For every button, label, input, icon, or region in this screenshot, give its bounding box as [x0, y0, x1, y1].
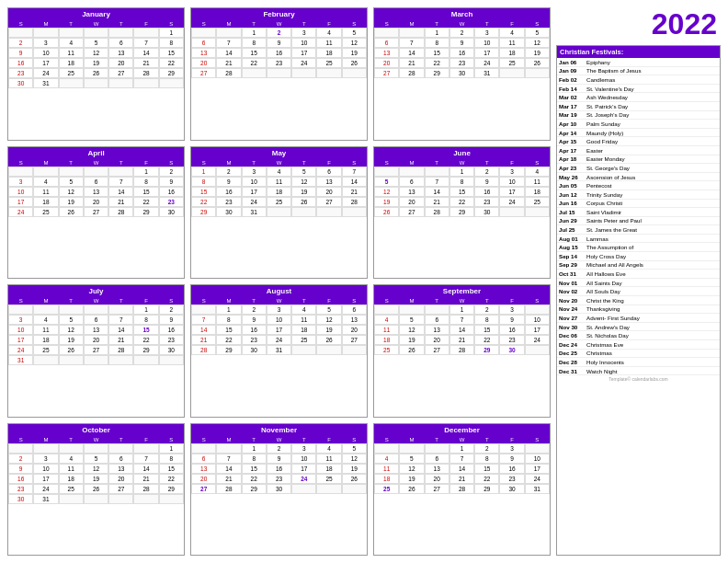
- calendar-day: 8: [191, 177, 216, 187]
- calendar-day: 3: [499, 443, 524, 454]
- day-header-label: T: [108, 436, 133, 443]
- calendar-day: 28: [216, 68, 241, 78]
- calendar-day: 21: [191, 335, 216, 345]
- calendar-day: [108, 355, 133, 365]
- calendar-day: 25: [316, 58, 341, 68]
- calendar-day: 5: [374, 177, 399, 187]
- calendar-day: 14: [133, 48, 158, 58]
- festival-date: Nov 01: [559, 280, 586, 286]
- calendar-day: 31: [474, 68, 499, 78]
- calendar-day: 21: [399, 58, 424, 68]
- calendar-day: 25: [525, 197, 550, 207]
- calendar-day: 31: [33, 78, 58, 88]
- calendar-day: 31: [525, 484, 550, 494]
- calendar-day: 10: [499, 177, 524, 187]
- calendar-day: [59, 494, 84, 504]
- day-header-label: S: [191, 436, 216, 443]
- calendar-day: 8: [159, 38, 184, 48]
- calendar-day: 30: [474, 207, 499, 217]
- calendar-day: 9: [267, 454, 291, 464]
- calendar-day: 22: [133, 197, 158, 207]
- calendar-day: 17: [8, 335, 33, 345]
- calendar-day: 19: [525, 48, 550, 58]
- calendar-day: 9: [499, 454, 524, 464]
- calendar-day: 12: [342, 454, 367, 464]
- calendar-day: [84, 443, 108, 454]
- festival-item: Mar 19St. Joseph's Day: [557, 111, 720, 121]
- calendar-day: 12: [525, 38, 550, 48]
- calendar-day: 15: [216, 325, 241, 335]
- calendar-day: 14: [216, 48, 241, 58]
- day-header-label: S: [525, 20, 550, 28]
- calendar-day: 26: [84, 68, 108, 78]
- festival-name: St. Andrew's Day: [586, 324, 630, 330]
- festival-item: Jun 12Trinity Sunday: [557, 190, 720, 200]
- festival-name: Epiphany: [586, 59, 610, 65]
- festival-date: Nov 02: [559, 288, 586, 294]
- calendar-day: 26: [399, 345, 424, 355]
- calendar-day: 3: [267, 304, 291, 315]
- festival-date: Feb 14: [559, 86, 586, 92]
- calendar-day: 4: [374, 454, 399, 464]
- calendar-day: [374, 304, 399, 315]
- calendar-day: 6: [84, 315, 108, 325]
- calendar-day: [159, 355, 184, 365]
- calendar-day: 8: [474, 315, 499, 325]
- calendar-day: 10: [291, 454, 316, 464]
- festival-date: Apr 18: [559, 155, 586, 162]
- calendar-day: [291, 68, 316, 78]
- calendar-day: 5: [316, 304, 341, 315]
- day-header-label: M: [399, 436, 424, 443]
- calendar-day: 6: [108, 38, 133, 48]
- calendar-day: 22: [159, 58, 184, 68]
- calendar-day: 8: [425, 38, 449, 48]
- calendar-day: 2: [216, 167, 241, 177]
- calendar-day: 9: [449, 38, 474, 48]
- calendar-day: 2: [8, 454, 33, 464]
- calendar-day: 25: [59, 68, 84, 78]
- calendar-day: 2: [474, 167, 499, 177]
- calendar-day: 25: [267, 197, 291, 207]
- calendar-day: [191, 443, 216, 454]
- festival-item: Jan 09The Baptism of Jesus: [557, 67, 720, 76]
- calendar-day: 28: [133, 484, 158, 494]
- calendar-day: 6: [108, 454, 133, 464]
- calendar-day: 23: [267, 58, 291, 68]
- calendar-day: [108, 78, 133, 88]
- calendars-grid: JanuarySMTWTFS12345678910111213141516171…: [7, 7, 551, 556]
- calendar-day: 8: [133, 177, 158, 187]
- calendar-day: 12: [84, 464, 108, 474]
- festival-date: Sep 14: [559, 253, 586, 259]
- calendar-day: 7: [425, 177, 449, 187]
- festival-name: Easter Monday: [586, 155, 625, 162]
- festival-name: St. James the Great: [586, 226, 637, 233]
- calendar-day: 27: [399, 207, 424, 217]
- calendar-day: 25: [59, 484, 84, 494]
- day-header-label: T: [474, 159, 499, 167]
- calendar-day: 14: [449, 464, 474, 474]
- festival-date: Mar 02: [559, 94, 586, 100]
- calendar-day: 4: [499, 28, 524, 38]
- festival-date: Nov 27: [559, 315, 586, 321]
- day-header-label: S: [8, 297, 33, 304]
- day-header-label: T: [59, 20, 84, 28]
- calendar-day: [399, 443, 424, 454]
- calendar-day: 3: [8, 315, 33, 325]
- festival-name: St. George's Day: [586, 165, 630, 171]
- calendar-day: [159, 78, 184, 88]
- festival-item: Aug 15The Assumption of: [557, 243, 720, 252]
- festival-name: Saints Peter and Paul: [586, 217, 642, 224]
- calendar-day: 7: [216, 38, 241, 48]
- calendar-day: 29: [474, 484, 499, 494]
- calendar-day: 20: [191, 58, 216, 68]
- festival-date: Dec 31: [559, 368, 586, 374]
- month-march: MarchSMTWTFS1234567891011121314151617181…: [373, 7, 551, 141]
- calendar-day: [59, 355, 84, 365]
- calendar-day: 31: [242, 207, 267, 217]
- calendar-day: 20: [108, 58, 133, 68]
- festival-item: Jun 29Saints Peter and Paul: [557, 217, 720, 226]
- calendar-day: 9: [474, 177, 499, 187]
- day-header-label: F: [133, 436, 158, 443]
- festival-date: Mar 17: [559, 103, 586, 109]
- calendar-day: [342, 207, 367, 217]
